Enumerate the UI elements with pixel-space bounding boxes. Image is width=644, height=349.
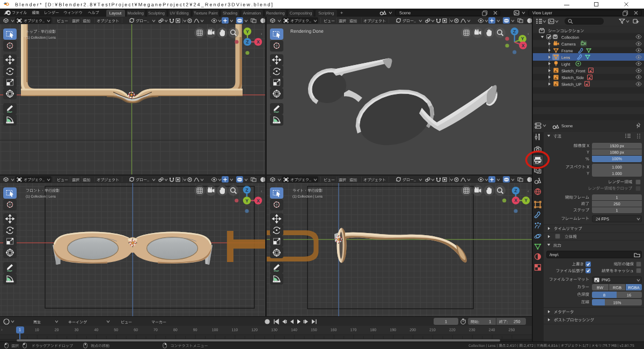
svg-text:Z: Z (246, 39, 248, 45)
svg-text:X: X (522, 43, 525, 48)
svg-text:Y: Y (524, 198, 528, 203)
svg-text:X: X (514, 198, 517, 203)
svg-text:Y: Y (246, 29, 249, 34)
svg-text:Y: Y (245, 198, 248, 203)
svg-text:X: X (257, 198, 260, 203)
svg-text:X: X (257, 39, 260, 45)
svg-text:Z: Z (513, 29, 516, 34)
svg-text:Y: Y (521, 36, 524, 41)
svg-text:Z: Z (245, 187, 248, 193)
svg-text:Z: Z (514, 188, 517, 193)
